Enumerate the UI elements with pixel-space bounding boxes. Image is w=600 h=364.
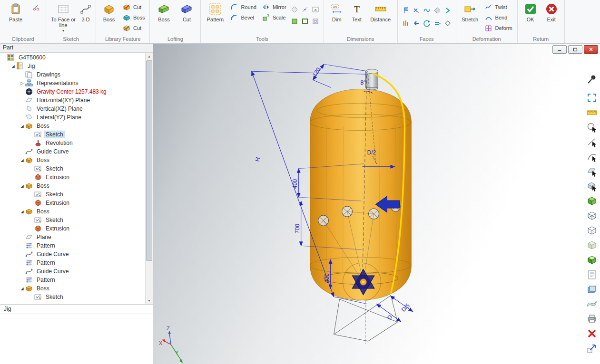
- expander-icon[interactable]: ◢: [19, 124, 25, 128]
- bars-face-icon[interactable]: [401, 19, 411, 28]
- shell-green-icon[interactable]: [300, 17, 310, 26]
- solid-green-icon[interactable]: [290, 17, 299, 26]
- exit-button[interactable]: Exit: [541, 1, 561, 22]
- diamond-icon[interactable]: [290, 5, 299, 14]
- tree-item-label[interactable]: Guide Curve: [35, 148, 70, 155]
- flag-face-icon[interactable]: [401, 6, 411, 15]
- ok-button[interactable]: OK: [521, 1, 541, 22]
- expander-icon[interactable]: ◢: [10, 64, 16, 68]
- delete-icon[interactable]: [586, 327, 598, 340]
- rotate-face-icon[interactable]: [422, 19, 432, 28]
- hidden-line-view-icon[interactable]: [586, 224, 598, 237]
- tree-item-sketch[interactable]: Sketch: [0, 216, 146, 224]
- pattern-button[interactable]: Pattern: [204, 1, 226, 22]
- dim-button[interactable]: 45 Dim: [327, 1, 347, 22]
- nozzle[interactable]: [366, 69, 378, 90]
- minimize-button[interactable]: [552, 45, 567, 54]
- tree-item-label[interactable]: Horizontal(XY) Plane: [35, 96, 92, 104]
- tree-item-horizontal-xy-plane[interactable]: Horizontal(XY) Plane: [0, 96, 146, 105]
- scale-button[interactable]: Scale: [259, 13, 288, 22]
- layers-icon[interactable]: [586, 283, 598, 296]
- tree-item-pattern[interactable]: Pattern: [0, 276, 146, 284]
- tree-item-extrusion[interactable]: Extrusion: [0, 173, 146, 182]
- close-button[interactable]: [584, 45, 598, 54]
- restore-button[interactable]: [568, 45, 582, 54]
- tree-item-pattern[interactable]: Pattern: [0, 259, 146, 267]
- ruler-icon[interactable]: [586, 106, 598, 119]
- tree-item-vertical-xz-plane[interactable]: Vertical(XZ) Plane: [0, 105, 146, 113]
- tree-item-boss[interactable]: ◢Boss: [0, 122, 146, 130]
- expander-icon[interactable]: ◢: [19, 287, 25, 291]
- twist-button[interactable]: Twist: [482, 2, 514, 12]
- tree-item-label[interactable]: Boss: [35, 122, 51, 130]
- tree-item-guide-curve[interactable]: Guide Curve: [0, 267, 146, 276]
- tree-item-drawings[interactable]: Drawings: [0, 70, 146, 79]
- wave-face-icon[interactable]: [422, 6, 432, 15]
- bottom-list-item-jig[interactable]: Jig: [0, 305, 153, 314]
- select-line-icon[interactable]: [586, 136, 598, 148]
- tree-item-extrusion[interactable]: Extrusion: [0, 224, 146, 233]
- tree-item-label[interactable]: Guide Curve: [35, 250, 70, 258]
- expander-icon[interactable]: ◢: [19, 158, 25, 163]
- scroll-down-icon[interactable]: ▼: [146, 297, 153, 304]
- bevel-button[interactable]: Bevel: [227, 13, 258, 22]
- tree-item-label[interactable]: Gravity Center 1257.483 kg: [35, 88, 108, 96]
- tree-item-guide-curve[interactable]: Guide Curve: [0, 250, 146, 259]
- tree-item-lateral-yz-plane[interactable]: Lateral(YZ) Plane: [0, 113, 146, 122]
- select-body-icon[interactable]: [586, 180, 598, 192]
- mirror-button[interactable]: Mirror: [259, 2, 288, 12]
- tree-item-label[interactable]: Boss: [35, 285, 51, 292]
- tree-item-label[interactable]: Sketch: [44, 165, 65, 172]
- tree-item-label[interactable]: Pattern: [35, 259, 57, 267]
- dim-label-120[interactable]: 120: [311, 66, 322, 78]
- tree-item-label[interactable]: Revolution: [44, 139, 75, 147]
- pin-icon[interactable]: [586, 73, 598, 86]
- dim-label-h[interactable]: H: [254, 156, 261, 163]
- library-boss-button[interactable]: Boss: [99, 1, 119, 22]
- tree-item-label[interactable]: Guide Curve: [35, 268, 70, 275]
- shaded-view-icon[interactable]: [586, 239, 598, 251]
- select-circle-icon[interactable]: [586, 121, 598, 134]
- tree-item-label[interactable]: Boss: [35, 208, 51, 215]
- iso-view-icon[interactable]: [586, 254, 598, 266]
- tree-item-label[interactable]: Extrusion: [44, 199, 71, 207]
- sketch-3d-button[interactable]: 3 D: [79, 1, 93, 22]
- tree-scrollbar[interactable]: ▲ ▼: [145, 53, 153, 304]
- tank-model[interactable]: [310, 69, 412, 301]
- tree-item-label[interactable]: Sketch: [44, 131, 65, 138]
- tree-item-label[interactable]: Boss: [35, 156, 51, 164]
- tree-item-sketch[interactable]: Sketch: [0, 130, 146, 139]
- export-icon[interactable]: [586, 342, 598, 354]
- tree-item-label[interactable]: Pattern: [35, 276, 57, 284]
- arrow-left-face-icon[interactable]: [412, 19, 421, 28]
- text-box-icon[interactable]: a: [311, 5, 320, 14]
- tree-item-label[interactable]: Vertical(XZ) Plane: [35, 105, 85, 113]
- tree-item-label[interactable]: Pattern: [35, 242, 57, 249]
- surface-icon[interactable]: [586, 298, 598, 310]
- select-arc-icon[interactable]: [586, 151, 598, 163]
- tree-item-label[interactable]: Representations: [35, 79, 80, 87]
- tree-item-representations[interactable]: ▷Representations: [0, 79, 146, 87]
- library-boss2-button[interactable]: Boss: [120, 13, 147, 22]
- text-button[interactable]: T Text: [348, 1, 366, 22]
- expander-icon[interactable]: ◢: [19, 210, 25, 214]
- dim-label-angle[interactable]: 8°: [361, 79, 366, 86]
- scroll-up-icon[interactable]: ▲: [146, 53, 153, 60]
- round-button[interactable]: Round: [227, 2, 258, 12]
- chevron-face-icon[interactable]: [443, 6, 452, 15]
- tree-item-label[interactable]: Extrusion: [44, 173, 71, 181]
- equal-face-icon[interactable]: [433, 19, 442, 28]
- dim-label-400-lower[interactable]: 400: [324, 273, 330, 283]
- tree-item-sketch[interactable]: Sketch: [0, 190, 146, 199]
- tree-item-sketch[interactable]: Sketch: [0, 293, 146, 301]
- bend-button[interactable]: Bend: [482, 13, 514, 22]
- tree-item-boss[interactable]: ◢Boss: [0, 182, 146, 190]
- tree-item-label[interactable]: Sketch: [44, 216, 65, 224]
- tree-item-boss[interactable]: ◢Boss: [0, 207, 146, 216]
- tree-item-label[interactable]: G4T50600: [17, 54, 48, 61]
- solid-view-icon[interactable]: [586, 195, 598, 207]
- loft-cut-button[interactable]: Cut: [176, 1, 197, 22]
- distance-button[interactable]: Distance: [367, 1, 394, 22]
- diamond2-face-icon[interactable]: [443, 19, 452, 28]
- dim-label-400-upper[interactable]: 400: [292, 179, 298, 189]
